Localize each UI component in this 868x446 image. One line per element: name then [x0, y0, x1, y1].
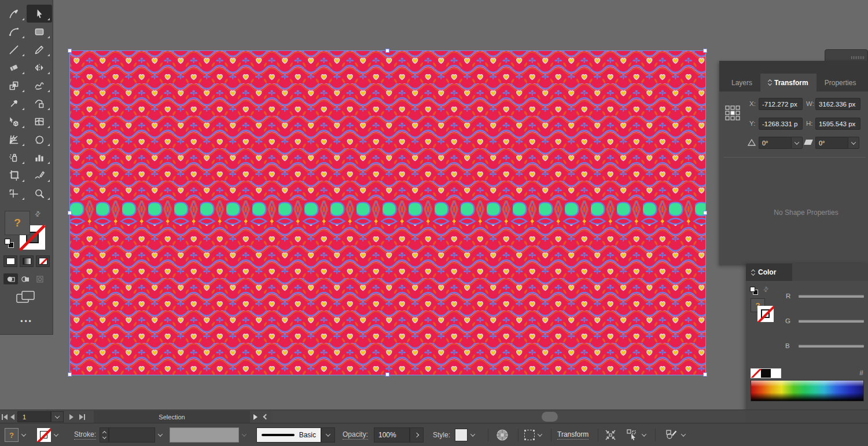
- selection-handle-bottom-right[interactable]: [703, 372, 707, 376]
- selection-handle-bottom-center[interactable]: [385, 372, 389, 376]
- bounding-box-dropdown[interactable]: [535, 428, 545, 442]
- none-mode-button[interactable]: [36, 255, 50, 267]
- bounding-box-icon[interactable]: [524, 430, 535, 440]
- screen-mode-button[interactable]: [15, 290, 36, 306]
- stroke-color-swatch[interactable]: [37, 428, 51, 442]
- slice-tool[interactable]: [1, 184, 27, 202]
- fill-dropdown[interactable]: [19, 428, 29, 442]
- opacity-expand-button[interactable]: [410, 427, 424, 443]
- draw-inside-button[interactable]: [32, 273, 47, 284]
- collapsed-panel-tab[interactable]: [825, 49, 868, 61]
- selection-handle-mid-left[interactable]: [68, 211, 72, 215]
- selection-handle-bottom-left[interactable]: [68, 372, 72, 376]
- puppet-warp-tool[interactable]: [1, 94, 27, 112]
- color-spectrum-bar[interactable]: [751, 380, 864, 401]
- scale-tool[interactable]: [1, 76, 27, 94]
- tab-layers[interactable]: Layers: [723, 74, 760, 92]
- channel-g-slider[interactable]: [799, 320, 864, 323]
- opacity-field[interactable]: 100%: [374, 427, 410, 443]
- w-input[interactable]: 3162.336 px: [815, 98, 860, 110]
- select-similar-button[interactable]: [625, 427, 639, 443]
- shaper-tool[interactable]: [27, 166, 52, 184]
- curvature-tool[interactable]: [1, 23, 27, 41]
- transform-link[interactable]: Transform: [557, 430, 589, 440]
- status-play-button[interactable]: [251, 410, 259, 423]
- shaper-icon: [33, 169, 46, 182]
- width-profile-chevron[interactable]: [239, 428, 249, 442]
- free-transform-tool[interactable]: [27, 94, 52, 112]
- reflect-tool[interactable]: [27, 59, 52, 76]
- perspective-selection-tool[interactable]: [1, 112, 27, 130]
- recolor-artwork-button[interactable]: [495, 423, 509, 446]
- none-swatch[interactable]: [751, 369, 761, 378]
- rotate-angle-combo[interactable]: 0°: [759, 137, 803, 149]
- stroke-weight-stepper[interactable]: [100, 427, 109, 443]
- draw-normal-button[interactable]: [3, 273, 18, 284]
- draw-behind-button[interactable]: [18, 273, 32, 284]
- collapse-status-button[interactable]: [262, 410, 270, 423]
- artboard-tool[interactable]: [1, 166, 27, 184]
- stroke-color-swatch[interactable]: [757, 306, 774, 322]
- selection-handle-top-left[interactable]: [68, 49, 72, 53]
- scrollbar-thumb[interactable]: [542, 412, 558, 422]
- rotate-view-tool[interactable]: [27, 130, 52, 148]
- selection-handle-top-center[interactable]: [385, 49, 389, 53]
- channel-r-slider[interactable]: [799, 295, 864, 298]
- eraser-tool[interactable]: [1, 59, 27, 76]
- graph-tool[interactable]: [27, 148, 52, 166]
- select-similar-dropdown[interactable]: [639, 428, 649, 442]
- next-artboard-button[interactable]: [67, 410, 75, 423]
- line-segment-tool[interactable]: [1, 41, 27, 59]
- perspective-grid-tool[interactable]: [1, 130, 27, 148]
- selection-handle-mid-right[interactable]: [703, 211, 707, 215]
- gradient-mode-button[interactable]: [20, 255, 34, 267]
- horizontal-scrollbar[interactable]: [272, 411, 745, 423]
- selected-artwork[interactable]: [70, 51, 705, 375]
- style-swatch[interactable]: [455, 429, 468, 441]
- edit-toolbar-button[interactable]: •••: [0, 317, 53, 326]
- y-input[interactable]: -1268.331 p: [759, 118, 803, 130]
- style-dropdown[interactable]: [468, 428, 478, 442]
- pencil-tool[interactable]: [27, 41, 52, 59]
- color-mode-button[interactable]: [3, 255, 17, 267]
- tab-transform[interactable]: Transform: [760, 74, 816, 92]
- tab-properties[interactable]: Properties: [816, 74, 865, 92]
- artboard-number-field[interactable]: 1: [17, 411, 51, 422]
- stroke-weight-field[interactable]: [109, 427, 155, 443]
- rectangle-tool[interactable]: [27, 23, 52, 41]
- default-fill-stroke-icon[interactable]: [5, 239, 15, 249]
- color-panel: Color ⇄ ? R G B #: [746, 264, 868, 415]
- last-artboard-button[interactable]: [78, 410, 87, 423]
- stroke-label[interactable]: Stroke:: [74, 430, 96, 440]
- artboard-dropdown[interactable]: [51, 411, 64, 422]
- shear-angle-combo[interactable]: 0°: [815, 137, 859, 149]
- black-swatch[interactable]: [761, 369, 771, 378]
- h-input[interactable]: 1595.543 px: [815, 118, 860, 130]
- selection-handle-top-right[interactable]: [703, 49, 707, 53]
- width-profile-dropdown[interactable]: [170, 427, 239, 443]
- stroke-weight-dropdown[interactable]: [155, 428, 165, 442]
- brush-definition-dropdown[interactable]: Basic: [256, 427, 321, 443]
- swap-fill-stroke-icon[interactable]: ⇄: [33, 209, 43, 218]
- swap-fill-stroke-icon[interactable]: ⇄: [762, 285, 771, 294]
- brush-dropdown-button[interactable]: [321, 427, 335, 443]
- fill-color-swatch[interactable]: ?: [5, 211, 30, 235]
- selection-tool[interactable]: [27, 5, 52, 23]
- symbol-sprayer-tool[interactable]: [1, 148, 27, 166]
- opacity-label[interactable]: Opacity:: [343, 430, 368, 440]
- reference-point-locator[interactable]: [724, 105, 741, 121]
- global-edit-button[interactable]: [664, 427, 678, 443]
- global-edit-dropdown[interactable]: [678, 428, 689, 442]
- x-input[interactable]: -712.272 px: [759, 98, 803, 110]
- pen-tool[interactable]: [1, 5, 27, 23]
- white-swatch[interactable]: [771, 369, 781, 378]
- tab-color[interactable]: Color: [746, 264, 792, 281]
- warp-tool[interactable]: [27, 76, 52, 94]
- isolate-object-button[interactable]: [604, 423, 617, 446]
- mesh-tool[interactable]: [27, 112, 52, 130]
- zoom-tool[interactable]: [27, 184, 52, 202]
- fill-color-swatch[interactable]: ?: [5, 428, 19, 442]
- channel-b-slider[interactable]: [799, 345, 864, 348]
- stroke-dropdown[interactable]: [51, 428, 61, 442]
- previous-artboard-button[interactable]: [8, 410, 16, 423]
